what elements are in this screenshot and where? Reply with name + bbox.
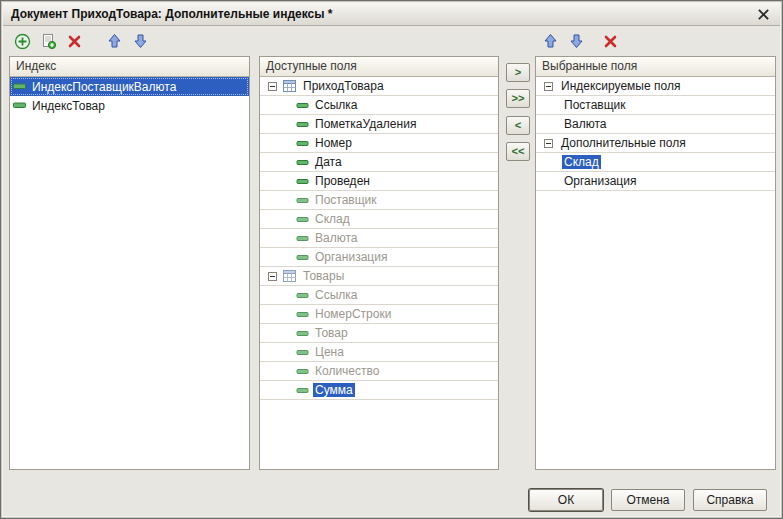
tree-row-label: Дата [313, 155, 344, 169]
add-item-icon [40, 33, 57, 50]
tree-row[interactable]: Дата [260, 153, 498, 172]
tree-row-label: Склад [313, 212, 352, 226]
tree-row[interactable]: Дополнительные поля [536, 134, 775, 153]
tree-row[interactable]: Склад [536, 153, 775, 172]
field-icon [296, 196, 309, 205]
move-index-down-button[interactable] [129, 30, 151, 52]
index-row[interactable]: ИндексПоставщикВалюта [10, 77, 249, 96]
move-all-right-button[interactable]: >> [506, 89, 530, 108]
tree-row[interactable]: Организация [536, 172, 775, 191]
move-all-left-button[interactable]: << [506, 142, 530, 161]
move-right-button[interactable]: > [506, 63, 530, 82]
add-icon [14, 33, 31, 50]
available-fields-header: Доступные поля [260, 57, 498, 77]
index-icon [13, 100, 26, 111]
indexes-panel: Индекс ИндексПоставщикВалюта ИндексТовар [9, 56, 250, 470]
tree-row[interactable]: Организация [260, 248, 498, 267]
remove-field-button[interactable] [599, 30, 621, 52]
field-icon [296, 291, 309, 300]
tree-row-label: Склад [562, 155, 601, 169]
tree-row[interactable]: Валюта [260, 229, 498, 248]
cancel-button[interactable]: Отмена [611, 489, 685, 511]
field-icon [296, 310, 309, 319]
selected-fields-panel: Выбранные поля Индексируемые поля Постав… [535, 56, 776, 470]
tree-row[interactable]: ПриходТовара [260, 77, 498, 96]
move-field-down-button[interactable] [565, 30, 587, 52]
tree-row[interactable]: Ссылка [260, 96, 498, 115]
tree-row[interactable]: Проведен [260, 172, 498, 191]
tree-row[interactable]: Поставщик [536, 96, 775, 115]
table-icon [283, 80, 296, 92]
index-label: ИндексПоставщикВалюта [30, 80, 178, 94]
tree-row-label: Проведен [313, 174, 372, 188]
indexes-list: ИндексПоставщикВалюта ИндексТовар [10, 77, 249, 469]
field-icon [296, 177, 309, 186]
field-icon [296, 367, 309, 376]
move-down-icon [569, 33, 584, 49]
ok-button[interactable]: ОК [529, 489, 603, 511]
tree-row-label: Цена [313, 345, 346, 359]
tree-row[interactable]: Товары [260, 267, 498, 286]
tree-row-label: Валюта [562, 117, 608, 131]
expander-icon[interactable] [544, 139, 553, 148]
tree-row-label: Поставщик [562, 98, 628, 112]
tree-row-label: Организация [562, 174, 638, 188]
expander-icon[interactable] [544, 82, 553, 91]
field-icon [296, 139, 309, 148]
close-icon [758, 9, 769, 20]
help-button[interactable]: Справка [693, 489, 767, 511]
tree-row[interactable]: НомерСтроки [260, 305, 498, 324]
move-field-up-button[interactable] [539, 30, 561, 52]
close-button[interactable] [754, 5, 772, 23]
index-toolbar [11, 30, 151, 52]
index-row[interactable]: ИндексТовар [10, 96, 249, 115]
tree-row[interactable]: Ссылка [260, 286, 498, 305]
title-bar: Документ ПриходТовара: Дополнительные ин… [3, 3, 780, 26]
table-icon [283, 270, 296, 282]
expander-icon[interactable] [268, 272, 277, 281]
tree-row[interactable]: Цена [260, 343, 498, 362]
tree-row-label: Организация [313, 250, 389, 264]
window-title: Документ ПриходТовара: Дополнительные ин… [11, 7, 332, 21]
tree-row[interactable]: Поставщик [260, 191, 498, 210]
field-icon [296, 120, 309, 129]
index-label: ИндексТовар [30, 99, 107, 113]
move-left-button[interactable]: < [506, 116, 530, 135]
tree-row-label: Сумма [313, 383, 355, 397]
tree-row[interactable]: Количество [260, 362, 498, 381]
move-up-icon [543, 33, 558, 49]
tree-row[interactable]: Индексируемые поля [536, 77, 775, 96]
tree-row-label: Валюта [313, 231, 359, 245]
tree-row[interactable]: Сумма [260, 381, 498, 400]
delete-index-button[interactable] [63, 30, 85, 52]
tree-row-label: Товар [313, 326, 350, 340]
delete-icon [603, 34, 618, 49]
add-index-button[interactable] [11, 30, 33, 52]
field-icon [296, 348, 309, 357]
expander-icon[interactable] [268, 82, 277, 91]
available-fields-tree: ПриходТовара Ссылка [260, 77, 498, 469]
indexes-panel-header: Индекс [10, 57, 249, 77]
add-index-copy-button[interactable] [37, 30, 59, 52]
move-index-up-button[interactable] [103, 30, 125, 52]
tree-row-label: Ссылка [313, 98, 359, 112]
field-icon [296, 215, 309, 224]
selected-fields-toolbar [539, 30, 621, 52]
tree-row-label: Товары [301, 269, 346, 283]
tree-row-label: Номер [313, 136, 354, 150]
field-icon [296, 101, 309, 110]
field-icon [296, 234, 309, 243]
tree-row[interactable]: Склад [260, 210, 498, 229]
delete-icon [67, 34, 82, 49]
tree-row[interactable]: Номер [260, 134, 498, 153]
tree-row[interactable]: ПометкаУдаления [260, 115, 498, 134]
tree-row-label: ПометкаУдаления [313, 117, 418, 131]
tree-row-label: НомерСтроки [313, 307, 393, 321]
move-up-icon [107, 33, 122, 49]
move-down-icon [133, 33, 148, 49]
tree-row[interactable]: Валюта [536, 115, 775, 134]
index-icon [13, 81, 26, 92]
field-icon [296, 158, 309, 167]
tree-row[interactable]: Товар [260, 324, 498, 343]
tree-row-label: ПриходТовара [301, 79, 386, 93]
